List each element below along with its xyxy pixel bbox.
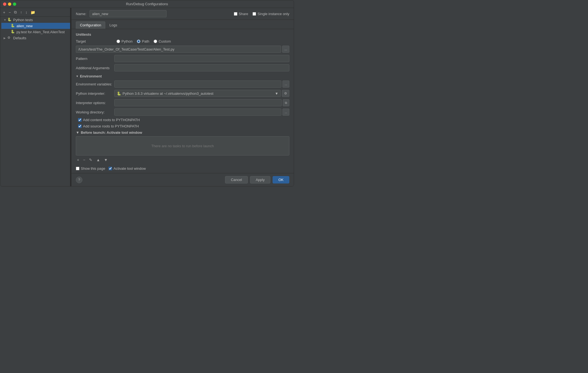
- add-source-roots-checkbox[interactable]: [78, 124, 82, 128]
- unittests-section-title: Unittests: [76, 32, 289, 37]
- interpreter-settings-button[interactable]: ⚙: [282, 90, 289, 97]
- interpreter-options-input[interactable]: [114, 99, 282, 106]
- target-custom-radio[interactable]: [154, 40, 157, 43]
- interpreter-options-row: Interpreter options: ⧉: [76, 99, 289, 106]
- add-source-roots-row: Add source roots to PYTHONPATH: [78, 124, 289, 128]
- path-browse-button[interactable]: ...: [282, 46, 289, 53]
- before-launch-area: There are no tasks to run before launch: [76, 136, 289, 155]
- sidebar: + − ⧉ ↑ ↕ 📁: [0, 8, 70, 186]
- python-interpreter-label: Python interpreter:: [76, 91, 114, 96]
- show-this-page-text: Show this page: [81, 166, 105, 171]
- launch-up-button[interactable]: ▲: [95, 157, 101, 163]
- arrow-up-icon: ↑: [20, 10, 22, 15]
- cancel-button[interactable]: Cancel: [225, 176, 248, 183]
- path-row: ...: [76, 46, 289, 53]
- working-directory-row: Working directory: ...: [76, 108, 289, 116]
- target-path-radio[interactable]: [137, 40, 140, 43]
- tree-item-alien-new[interactable]: 🐍 alien_new: [1, 23, 70, 29]
- interpreter-options-browse-button[interactable]: ⧉: [283, 99, 289, 106]
- target-python-option[interactable]: Python: [117, 39, 132, 43]
- env-vars-browse-button[interactable]: ...: [282, 80, 289, 88]
- activate-tool-window-checkbox[interactable]: [109, 167, 112, 170]
- environment-section-header[interactable]: ▼ Environment: [76, 74, 289, 78]
- tree-group-defaults[interactable]: ▶ ⚙ Defaults: [1, 35, 70, 41]
- config-body: Unittests Target Python Path: [71, 29, 294, 173]
- share-checkbox[interactable]: [234, 12, 237, 16]
- defaults-label: Defaults: [13, 36, 26, 40]
- folder-button[interactable]: 📁: [29, 10, 36, 15]
- sort-button[interactable]: ↕: [24, 10, 28, 15]
- add-content-roots-row: Add content roots to PYTHONPATH: [78, 118, 289, 122]
- title-bar: Run/Debug Configurations: [0, 0, 294, 8]
- target-row: Target Python Path Custom: [76, 39, 289, 43]
- copy-config-button[interactable]: ⧉: [13, 9, 18, 15]
- config-tree: ▼ 🐍 Python tests 🐍 alien_new 🐍 py.test f…: [0, 17, 70, 41]
- copy-icon: ⧉: [14, 10, 17, 15]
- tab-configuration[interactable]: Configuration: [76, 21, 105, 29]
- env-arrow-icon: ▼: [76, 75, 79, 78]
- show-this-page-label[interactable]: Show this page: [76, 166, 105, 171]
- single-instance-checkbox[interactable]: [253, 12, 256, 16]
- sort-icon: ↕: [25, 10, 27, 15]
- additional-args-input[interactable]: [114, 64, 289, 71]
- maximize-button[interactable]: [13, 2, 16, 6]
- move-up-button[interactable]: ↑: [19, 10, 23, 15]
- add-content-roots-text: Add content roots to PYTHONPATH: [83, 118, 140, 122]
- target-python-radio[interactable]: [117, 40, 120, 43]
- launch-toolbar: + − ✎ ▲ ▼: [76, 157, 289, 163]
- config-header: Name: Share Single instance only: [71, 8, 294, 20]
- no-tasks-text: There are no tasks to run before launch: [151, 144, 214, 148]
- add-content-roots-label[interactable]: Add content roots to PYTHONPATH: [78, 118, 140, 122]
- launch-down-button[interactable]: ▼: [103, 157, 109, 163]
- run-debug-configurations-window: Run/Debug Configurations + − ⧉ ↑ ↕: [0, 0, 294, 187]
- activate-tool-window-text: Activate tool window: [113, 166, 146, 171]
- launch-edit-button[interactable]: ✎: [88, 157, 93, 163]
- tree-group-python-tests[interactable]: ▼ 🐍 Python tests: [1, 17, 70, 23]
- launch-add-icon: +: [77, 158, 79, 162]
- activate-tool-window-label[interactable]: Activate tool window: [109, 166, 146, 171]
- tab-logs[interactable]: Logs: [105, 21, 121, 29]
- launch-add-button[interactable]: +: [76, 157, 80, 163]
- add-source-roots-text: Add source roots to PYTHONPATH: [83, 124, 139, 128]
- single-instance-checkbox-label[interactable]: Single instance only: [253, 12, 289, 16]
- working-directory-input[interactable]: [114, 108, 281, 116]
- show-this-page-checkbox[interactable]: [76, 167, 79, 170]
- sidebar-toolbar: + − ⧉ ↑ ↕ 📁: [0, 8, 70, 17]
- additional-args-label: Additional Arguments: [76, 66, 114, 70]
- header-right: Share Single instance only: [234, 12, 289, 16]
- before-launch-section: ▼ Before launch: Activate tool window Th…: [76, 130, 289, 172]
- minimize-button[interactable]: [8, 2, 11, 6]
- tree-item-pytest[interactable]: 🐍 py.test for Alien_Test.AlienTest: [1, 29, 70, 35]
- window-title: Run/Debug Configurations: [126, 2, 168, 6]
- before-launch-arrow-icon: ▼: [76, 130, 79, 135]
- add-content-roots-checkbox[interactable]: [78, 118, 82, 122]
- env-vars-label: Environment variables:: [76, 82, 114, 86]
- target-path-option[interactable]: Path: [137, 39, 149, 43]
- python-interpreter-row: Python interpreter: 🐍 Python 3.6.3 virtu…: [76, 90, 289, 97]
- pytest-label: py.test for Alien_Test.AlienTest: [16, 30, 65, 34]
- main-content: + − ⧉ ↑ ↕ 📁: [0, 8, 294, 186]
- defaults-arrow-icon: ▶: [4, 37, 7, 40]
- target-custom-option[interactable]: Custom: [154, 39, 171, 43]
- add-source-roots-label[interactable]: Add source roots to PYTHONPATH: [78, 124, 139, 128]
- close-button[interactable]: [3, 2, 6, 6]
- working-directory-browse-button[interactable]: ...: [282, 108, 289, 116]
- remove-config-button[interactable]: −: [7, 10, 12, 15]
- target-custom-label: Custom: [159, 39, 171, 43]
- add-config-button[interactable]: +: [2, 10, 6, 15]
- name-input[interactable]: [90, 10, 167, 17]
- share-checkbox-label[interactable]: Share: [234, 12, 248, 16]
- apply-button[interactable]: Apply: [250, 176, 271, 183]
- env-vars-input[interactable]: [114, 80, 281, 88]
- share-label: Share: [239, 12, 248, 16]
- python-interpreter-select[interactable]: 🐍 Python 3.6.3 virtualenv at ~/.virtuale…: [114, 90, 281, 97]
- path-input[interactable]: [76, 46, 281, 53]
- single-instance-label: Single instance only: [257, 12, 289, 16]
- ok-button[interactable]: OK: [273, 176, 289, 183]
- empty-arrow2: [7, 30, 11, 34]
- pattern-input[interactable]: [114, 55, 289, 62]
- env-vars-row: Environment variables: ...: [76, 80, 289, 88]
- help-button[interactable]: ?: [76, 177, 82, 183]
- before-launch-header[interactable]: ▼ Before launch: Activate tool window: [76, 130, 289, 135]
- launch-remove-button[interactable]: −: [82, 157, 86, 163]
